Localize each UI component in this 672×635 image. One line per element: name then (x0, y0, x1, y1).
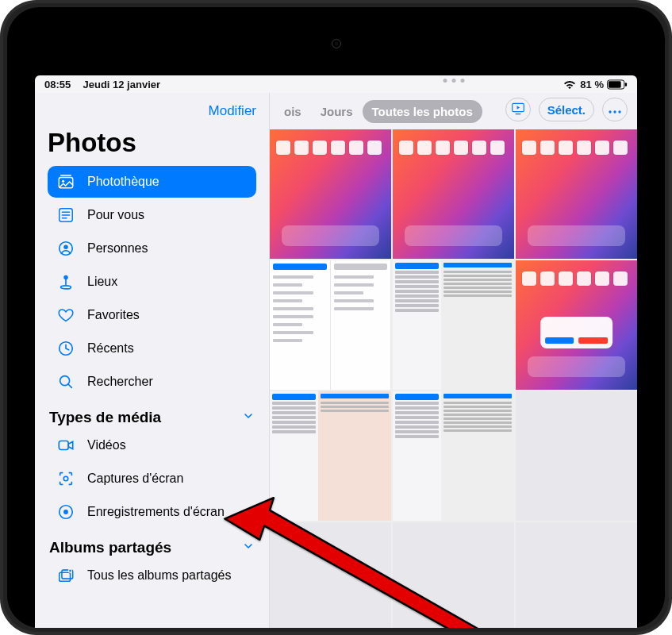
sidebar-item-label: Récents (87, 341, 134, 356)
photo-thumb[interactable] (270, 260, 391, 390)
battery-icon (607, 79, 628, 90)
svg-point-21 (609, 110, 611, 113)
wifi-icon (563, 79, 577, 90)
sidebar: Modifier Photos Photothèque Pour vous (35, 93, 270, 628)
sidebar-item-label: Tous les albums partagés (87, 568, 231, 583)
search-icon (56, 372, 76, 391)
svg-rect-12 (59, 441, 68, 450)
for-you-icon (56, 206, 76, 225)
photo-thumb[interactable] (270, 391, 391, 521)
photo-grid-empty (516, 522, 637, 628)
photo-thumb[interactable] (393, 260, 514, 390)
sidebar-item-label: Personnes (87, 241, 148, 256)
sidebar-item-label: Pour vous (87, 208, 144, 222)
section-media-types[interactable]: Types de média (49, 409, 255, 426)
svg-point-23 (618, 110, 620, 113)
photo-thumb[interactable] (393, 391, 514, 521)
modify-button[interactable]: Modifier (209, 103, 256, 119)
tv-play-icon (511, 102, 525, 117)
svg-point-4 (62, 180, 64, 183)
svg-point-9 (61, 286, 71, 289)
sidebar-item-label: Favorites (87, 308, 140, 322)
sidebar-item-search[interactable]: Rechercher (48, 366, 256, 398)
screenshot-icon (56, 469, 76, 488)
seg-all-photos[interactable]: Toutes les photos (363, 100, 482, 123)
status-date: Jeudi 12 janvier (83, 79, 160, 90)
places-icon (56, 272, 76, 291)
clock-icon (56, 339, 76, 358)
chevron-down-icon (242, 409, 255, 426)
svg-point-15 (63, 510, 68, 514)
sidebar-item-label: Captures d'écran (87, 471, 183, 486)
sidebar-item-library[interactable]: Photothèque (48, 166, 256, 198)
status-time: 08:55 (44, 79, 71, 90)
svg-rect-1 (609, 81, 621, 87)
status-bar: 08:55 Jeudi 12 janvier 81 % (35, 75, 637, 93)
svg-point-7 (63, 244, 68, 249)
sidebar-item-screen-recordings[interactable]: Enregistrements d'écran (48, 496, 256, 528)
screen: 08:55 Jeudi 12 janvier 81 % Modifier Pho… (35, 75, 637, 628)
slideshow-button[interactable] (505, 98, 531, 121)
status-battery-pct: 81 % (580, 79, 604, 90)
section-shared-albums[interactable]: Albums partagés (49, 539, 255, 556)
sidebar-item-recents[interactable]: Récents (48, 333, 256, 364)
tablet-camera (332, 39, 341, 48)
more-button[interactable] (602, 98, 628, 121)
time-range-segmented[interactable]: ois Jours Toutes les photos (275, 100, 482, 123)
svg-point-18 (68, 569, 71, 572)
svg-point-13 (63, 476, 68, 481)
sidebar-item-label: Enregistrements d'écran (87, 505, 225, 519)
section-title: Types de média (49, 409, 161, 426)
sidebar-item-all-shared[interactable]: Tous les albums partagés (48, 560, 256, 591)
sidebar-item-for-you[interactable]: Pour vous (48, 199, 256, 231)
svg-rect-16 (60, 572, 71, 581)
main-area: ois Jours Toutes les photos Sélect. (270, 93, 637, 628)
svg-rect-2 (625, 83, 627, 87)
select-button[interactable]: Sélect. (539, 98, 594, 121)
sidebar-item-places[interactable]: Lieux (48, 266, 256, 298)
photo-grid[interactable] (270, 129, 637, 628)
ellipsis-icon (608, 103, 622, 117)
svg-point-8 (63, 275, 68, 280)
photo-thumb[interactable] (393, 129, 514, 259)
seg-days[interactable]: Jours (311, 100, 363, 123)
sidebar-item-label: Photothèque (87, 175, 159, 189)
photo-thumb[interactable] (270, 129, 391, 259)
photo-grid-empty (393, 522, 514, 628)
tablet-bezel-inner: 08:55 Jeudi 12 janvier 81 % Modifier Pho… (7, 7, 665, 628)
shared-albums-icon (56, 566, 76, 585)
sidebar-item-label: Rechercher (87, 375, 153, 389)
sidebar-item-screenshots[interactable]: Captures d'écran (48, 463, 256, 495)
section-title: Albums partagés (49, 539, 171, 556)
sidebar-item-label: Vidéos (87, 438, 126, 452)
heart-icon (56, 306, 76, 325)
tablet-mockup: 08:55 Jeudi 12 janvier 81 % Modifier Pho… (0, 0, 672, 635)
seg-months[interactable]: ois (275, 100, 311, 123)
content-header: ois Jours Toutes les photos Sélect. (270, 93, 637, 129)
photo-thumb[interactable] (516, 129, 637, 259)
sidebar-item-favorites[interactable]: Favorites (48, 299, 256, 331)
photo-thumb[interactable] (516, 260, 637, 390)
people-icon (56, 239, 76, 258)
multitask-dots-icon[interactable] (443, 79, 464, 83)
sidebar-item-people[interactable]: Personnes (48, 233, 256, 264)
sidebar-item-label: Lieux (87, 275, 117, 289)
recording-icon (56, 502, 76, 521)
sidebar-item-videos[interactable]: Vidéos (48, 429, 256, 461)
library-icon (56, 172, 76, 191)
chevron-down-icon (242, 539, 255, 556)
photo-thumb[interactable] (516, 391, 637, 521)
sidebar-title: Photos (48, 128, 256, 158)
tablet-bezel: 08:55 Jeudi 12 janvier 81 % Modifier Pho… (0, 0, 672, 635)
video-icon (56, 436, 76, 455)
svg-point-22 (613, 110, 616, 113)
select-label: Sélect. (547, 103, 586, 117)
photo-grid-empty (270, 522, 391, 628)
svg-marker-20 (516, 106, 520, 109)
